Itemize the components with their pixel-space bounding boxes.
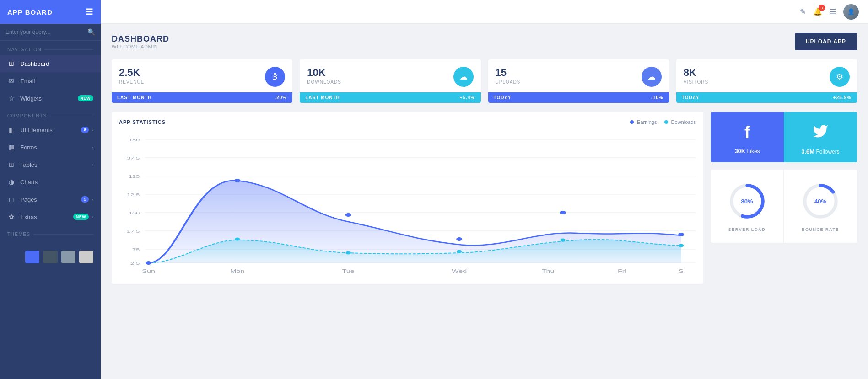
stat-footer-uploads: TODAY -10% [488,92,669,103]
stat-value-visitors: 8K [684,67,709,79]
charts-icon: ◑ [7,178,16,186]
chart-card: APP STATISTICS Earnings Downloads [112,112,703,284]
avatar-inner: 👤 [843,4,859,20]
theme-swatch-3[interactable] [43,251,57,263]
legend-earnings: Earnings [630,119,657,125]
avatar[interactable]: 👤 [843,4,859,20]
downloads-point [346,251,351,255]
forms-icon: ▦ [7,144,16,151]
stats-row: 2.5K REVENUE ₿ LAST MONTH -20% 10K DOWNL… [112,59,857,103]
sidebar-item-ui-elements[interactable]: ◧ UI Elements 8 › [0,121,101,139]
earnings-point [234,179,240,182]
stat-card-visitors: 8K VISITORS ⚙ TODAY +25.9% [676,59,857,103]
bottom-grid: APP STATISTICS Earnings Downloads [112,112,857,284]
menu-icon[interactable]: ☰ [86,7,93,17]
stat-label-uploads: UPLOADS [496,80,521,85]
search-icon[interactable]: 🔍 [87,28,95,36]
search-input[interactable] [5,29,84,35]
theme-swatch-2[interactable] [25,251,39,263]
pencil-icon[interactable]: ✎ [800,7,806,16]
stat-icon-uploads: ☁ [642,67,662,87]
downloads-point [235,238,240,241]
stat-card-revenue: 2.5K REVENUE ₿ LAST MONTH -20% [112,59,292,103]
nav-section-label: NAVIGATION [0,41,101,55]
svg-text:75: 75 [132,247,140,252]
stat-value-uploads: 15 [496,67,521,79]
stat-footer-value: +5.4% [460,95,475,100]
sidebar-item-dashboard[interactable]: ⊞ Dashboard [0,55,101,72]
chart-header: APP STATISTICS Earnings Downloads [119,119,696,125]
menu-lines-icon[interactable]: ☰ [830,7,836,16]
sidebar-item-label: Extras [20,214,37,220]
page-header: DASHBOARD WELCOME ADMIN UPLOAD APP [112,33,857,50]
stat-footer-label: LAST MONTH [305,95,340,100]
extras-icon: ✿ [7,213,16,220]
chevron-right-icon: › [92,127,93,133]
stat-footer-revenue: LAST MONTH -20% [112,92,292,103]
stat-label-revenue: REVENUE [119,80,144,85]
sidebar-item-widgets[interactable]: ☆ Widgets NEW [0,90,101,107]
stat-footer-visitors: TODAY +25.9% [676,92,857,103]
sidebar-item-extras[interactable]: ✿ Extras NEW › [0,208,101,225]
chevron-right-icon: › [92,197,93,202]
page-title: DASHBOARD [112,34,169,44]
bounce-rate-donut: 40% [800,181,841,222]
svg-text:100: 100 [129,211,140,215]
stat-footer-label: TODAY [494,95,512,100]
stat-footer-value: +25.9% [833,95,852,100]
stat-footer-value: -20% [275,95,287,100]
theme-swatch-5[interactable] [79,251,93,263]
facebook-card: f 30K Likes [711,112,784,162]
topbar: ✎ 🔔 3 ☰ 👤 [101,0,868,24]
pages-icon: ◻ [7,196,16,203]
server-load-donut: 80% [727,181,768,222]
earnings-point [146,261,151,265]
sidebar-item-email[interactable]: ✉ Email [0,72,101,90]
sidebar-item-label: Tables [20,161,38,168]
sidebar-item-forms[interactable]: ▦ Forms › [0,139,101,156]
upload-app-button[interactable]: UPLOAD APP [795,33,857,50]
stat-icon-revenue: ₿ [265,67,285,87]
twitter-value: 3.6M [801,148,814,155]
ui-elements-badge: 8 [81,127,89,133]
themes-section-label: THEMES [0,225,101,240]
bounce-rate-label: BOUNCE RATE [791,227,850,232]
svg-text:150: 150 [129,138,140,142]
twitter-stat: 3.6M Followers [791,148,850,155]
downloads-point [679,244,684,247]
stat-footer-label: TODAY [682,95,700,100]
chart-title: APP STATISTICS [119,119,166,125]
stat-card-uploads: 15 UPLOADS ☁ TODAY -10% [488,59,669,103]
sidebar-item-label: Dashboard [20,60,49,67]
notification-icon[interactable]: 🔔 3 [813,7,822,16]
sidebar-item-pages[interactable]: ◻ Pages 5 › [0,191,101,208]
tables-icon: ⊞ [7,161,16,168]
earnings-point [456,237,462,241]
widgets-icon: ☆ [7,95,16,102]
svg-text:12.5: 12.5 [127,192,140,197]
sidebar-item-charts[interactable]: ◑ Charts [0,173,101,191]
facebook-value: 30K [734,148,745,155]
stat-card-downloads: 10K DOWNLOADS ☁ LAST MONTH +5.4% [300,59,480,103]
social-row: f 30K Likes 3.6M Followers [711,112,857,162]
sidebar-item-label: Charts [20,179,38,186]
bounce-rate-card: 40% BOUNCE RATE [784,170,857,243]
themes-section [0,240,101,268]
earnings-point [345,213,351,217]
sidebar-item-label: Forms [20,144,37,151]
server-load-card: 80% SERVER LOAD [711,170,784,243]
theme-swatch-4[interactable] [61,251,75,263]
svg-text:37.5: 37.5 [127,156,140,160]
chevron-right-icon: › [92,162,93,167]
page-title-block: DASHBOARD WELCOME ADMIN [112,34,169,49]
twitter-label: Followers [816,149,839,155]
facebook-label: Likes [747,148,760,155]
sidebar: APP BOARD ☰ 🔍 NAVIGATION ⊞ Dashboard ✉ E… [0,0,101,379]
components-section-label: COMPONENTS [0,107,101,121]
theme-swatch-1[interactable] [7,251,22,263]
main-content: ✎ 🔔 3 ☰ 👤 DASHBOARD WELCOME ADMIN UPLOAD… [101,0,868,379]
sidebar-item-tables[interactable]: ⊞ Tables › [0,156,101,173]
downloads-point [457,250,462,253]
svg-text:125: 125 [129,174,140,179]
stat-footer-value: -10% [651,95,663,100]
